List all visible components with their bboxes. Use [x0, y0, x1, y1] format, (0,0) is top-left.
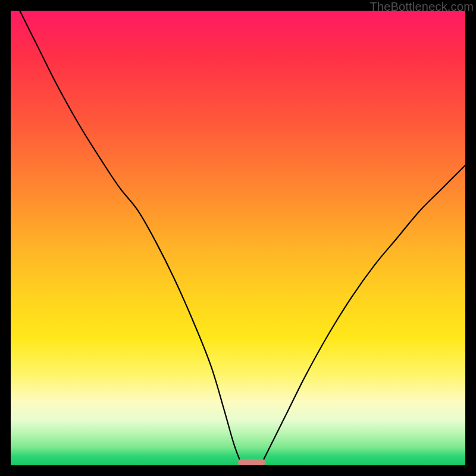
plot-area [11, 11, 465, 465]
minimum-marker [238, 459, 265, 465]
curve-right-branch [261, 165, 465, 465]
chart-frame: TheBottleneck.com [0, 0, 476, 476]
curve-layer [11, 11, 465, 465]
watermark-text: TheBottleneck.com [369, 0, 474, 14]
curve-left-branch [20, 11, 245, 465]
